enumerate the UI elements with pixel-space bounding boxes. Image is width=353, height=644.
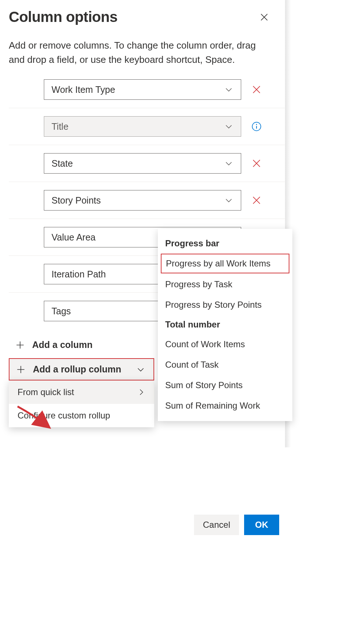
panel-title: Column options: [9, 9, 117, 25]
panel-header: Column options: [9, 9, 285, 25]
quicklist-item-count-task[interactable]: Count of Task: [158, 355, 292, 375]
close-icon: [259, 12, 269, 22]
plus-icon: [16, 365, 26, 374]
column-row: Story Points: [9, 182, 285, 219]
cancel-button[interactable]: Cancel: [194, 515, 239, 535]
column-select-work-item-type[interactable]: Work Item Type: [44, 79, 241, 100]
rollup-dropdown: From quick list Configure custom rollup: [9, 380, 154, 427]
column-row: Work Item Type: [9, 79, 285, 108]
rollup-item-label: From quick list: [18, 387, 74, 397]
ok-button[interactable]: OK: [244, 515, 279, 535]
quicklist-menu: Progress bar Progress by all Work Items …: [158, 229, 292, 421]
column-label: State: [52, 158, 73, 169]
remove-column-button[interactable]: [249, 193, 264, 208]
column-select-title[interactable]: Title: [44, 116, 241, 137]
rollup-item-label: Configure custom rollup: [18, 410, 110, 421]
remove-column-button[interactable]: [249, 82, 264, 97]
info-icon: [251, 121, 262, 132]
quicklist-item-progress-by-story-points[interactable]: Progress by Story Points: [158, 295, 292, 315]
column-label: Iteration Path: [52, 269, 106, 280]
chevron-right-icon: [137, 388, 145, 396]
close-icon: [251, 158, 262, 168]
column-label: Story Points: [52, 195, 101, 206]
panel-description: Add or remove columns. To change the col…: [9, 38, 285, 67]
quicklist-item-count-work-items[interactable]: Count of Work Items: [158, 334, 292, 355]
chevron-down-icon: [136, 365, 145, 374]
close-icon: [251, 84, 262, 95]
quicklist-item-progress-all-work-items[interactable]: Progress by all Work Items: [161, 254, 289, 273]
quicklist-item-sum-story-points[interactable]: Sum of Story Points: [158, 375, 292, 395]
column-label: Title: [52, 121, 68, 132]
quicklist-item-label: Sum of Story Points: [165, 380, 243, 390]
plus-icon: [15, 340, 25, 350]
chevron-down-icon: [224, 85, 234, 94]
quicklist-item-label: Progress by all Work Items: [166, 258, 270, 268]
svg-point-1: [256, 124, 257, 125]
quicklist-item-sum-remaining-work[interactable]: Sum of Remaining Work: [158, 395, 292, 416]
quicklist-header-total: Total number: [158, 315, 292, 334]
quicklist-item-progress-by-task[interactable]: Progress by Task: [158, 274, 292, 295]
chevron-down-icon: [224, 196, 234, 205]
add-column-label: Add a column: [32, 340, 92, 350]
remove-column-button[interactable]: [249, 156, 264, 171]
column-row: State: [9, 145, 285, 182]
panel-footer: Cancel OK: [194, 515, 279, 535]
column-label: Work Item Type: [52, 84, 115, 95]
close-icon: [251, 195, 262, 205]
quicklist-item-label: Count of Work Items: [165, 339, 245, 349]
rollup-item-from-quick-list[interactable]: From quick list: [9, 380, 154, 404]
column-label: Tags: [52, 306, 71, 317]
chevron-down-icon: [224, 159, 234, 168]
quicklist-item-label: Count of Task: [165, 360, 219, 370]
add-rollup-label: Add a rollup column: [33, 364, 121, 375]
column-select-story-points[interactable]: Story Points: [44, 190, 241, 211]
quicklist-item-label: Sum of Remaining Work: [165, 401, 260, 410]
close-button[interactable]: [257, 10, 272, 25]
quicklist-item-label: Progress by Task: [165, 279, 232, 289]
info-button[interactable]: [249, 119, 264, 134]
column-select-state[interactable]: State: [44, 153, 241, 174]
column-options-panel: Column options Add or remove columns. To…: [0, 0, 285, 541]
add-rollup-column-button[interactable]: Add a rollup column: [9, 358, 154, 380]
quicklist-item-label: Progress by Story Points: [165, 300, 262, 310]
quicklist-header-progress: Progress bar: [158, 234, 292, 253]
add-column-button[interactable]: Add a column: [9, 332, 99, 358]
column-label: Value Area: [52, 232, 95, 243]
chevron-down-icon: [224, 122, 234, 131]
column-row: Title: [9, 108, 285, 145]
rollup-item-configure-custom[interactable]: Configure custom rollup: [9, 404, 154, 427]
